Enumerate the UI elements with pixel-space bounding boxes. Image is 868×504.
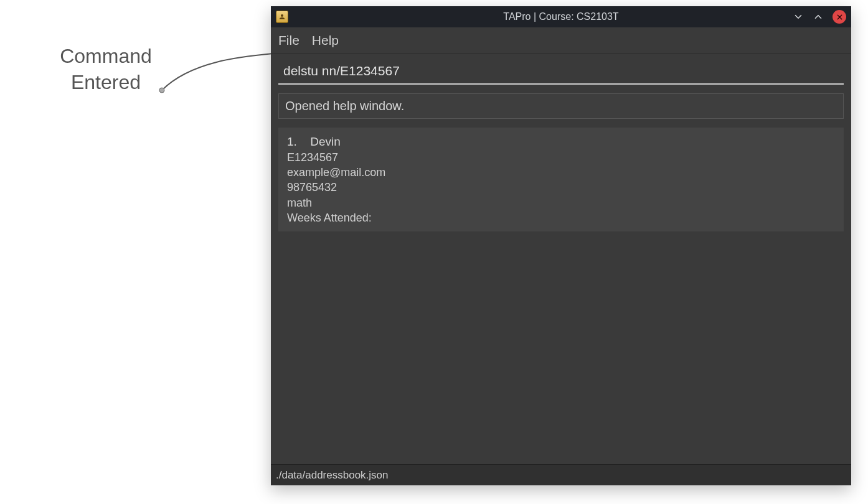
person-phone: 98765432 — [287, 180, 835, 195]
app-icon — [276, 11, 288, 23]
annotation-label: Command Entered — [19, 44, 193, 106]
result-message: Opened help window. — [278, 93, 844, 119]
menubar: File Help — [271, 27, 851, 54]
command-input-wrap[interactable] — [278, 61, 844, 85]
menu-help[interactable]: Help — [312, 33, 339, 48]
person-list[interactable]: 1. Devin E1234567 example@mail.com 98765… — [278, 128, 844, 464]
annotation-line1: Command — [60, 44, 152, 70]
command-area — [271, 54, 851, 85]
titlebar[interactable]: TAPro | Course: CS2103T — [271, 6, 851, 27]
person-card[interactable]: 1. Devin E1234567 example@mail.com 98765… — [278, 128, 844, 231]
command-input[interactable] — [278, 61, 844, 81]
person-email: example@mail.com — [287, 165, 835, 180]
annotation-line2: Entered — [71, 70, 141, 96]
maximize-button[interactable] — [813, 11, 824, 22]
status-path: ./data/addressbook.json — [276, 469, 389, 482]
minimize-button[interactable] — [793, 11, 804, 22]
menu-file[interactable]: File — [278, 33, 300, 48]
person-index: 1. — [287, 134, 302, 150]
person-id: E1234567 — [287, 150, 835, 165]
window-title: TAPro | Course: CS2103T — [271, 11, 851, 22]
statusbar: ./data/addressbook.json — [271, 464, 851, 485]
person-header: 1. Devin — [287, 134, 835, 150]
person-name: Devin — [310, 135, 341, 148]
close-button[interactable] — [833, 10, 846, 24]
person-weeks: Weeks Attended: — [287, 210, 835, 225]
app-window: TAPro | Course: CS2103T File Help Opened… — [271, 6, 851, 485]
person-major: math — [287, 195, 835, 210]
